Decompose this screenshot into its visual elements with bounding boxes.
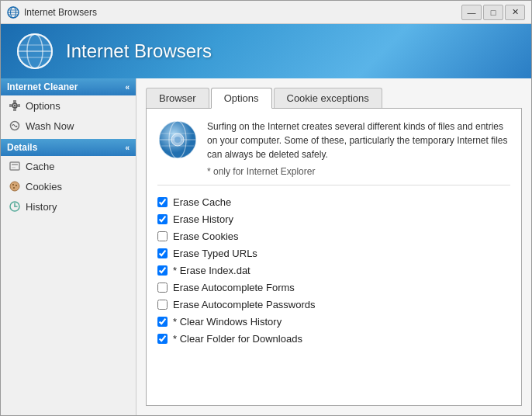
checkbox-label-erase-index-dat: * Erase Index.dat — [173, 265, 250, 276]
svg-rect-21 — [12, 167, 16, 168]
info-description: Surfing on the Internet creates several … — [207, 120, 510, 161]
sidebar: Internet Cleaner « Options — [1, 78, 136, 415]
checkbox-label-erase-cache: Erase Cache — [173, 196, 231, 208]
sidebar-history-label: History — [26, 201, 57, 213]
checkbox-item-erase-cookies: Erase Cookies — [157, 231, 510, 242]
svg-point-24 — [16, 185, 17, 186]
checkbox-erase-typed-urls[interactable] — [157, 248, 168, 258]
header-globe-icon — [16, 33, 54, 70]
svg-rect-12 — [13, 100, 16, 102]
tab-bar: Browser Options Cookie exceptions — [146, 88, 522, 109]
main-window: Internet Browsers — □ ✕ Internet Browser… — [0, 0, 532, 416]
collapse-icon-2: « — [125, 144, 130, 152]
tab-cookie-exceptions[interactable]: Cookie exceptions — [274, 88, 382, 109]
checkbox-item-erase-index-dat: * Erase Index.dat — [157, 265, 510, 276]
header-banner: Internet Browsers — [1, 24, 531, 78]
svg-point-23 — [12, 184, 14, 185]
checkbox-item-erase-autocomplete-passwords: Erase Autocomplete Passwords — [157, 299, 510, 310]
checkbox-label-erase-history: Erase History — [173, 213, 233, 225]
tab-options[interactable]: Options — [211, 88, 272, 109]
checkbox-clear-windows-history[interactable] — [157, 317, 168, 327]
sidebar-section-label-2: Details — [7, 142, 37, 153]
checkbox-label-clear-folder-downloads: * Clear Folder for Downloads — [173, 333, 302, 345]
sidebar-item-wash-now[interactable]: Wash Now — [1, 116, 136, 136]
sidebar-item-history[interactable]: History — [1, 196, 136, 217]
svg-point-36 — [174, 137, 181, 143]
checkbox-erase-history[interactable] — [157, 214, 168, 224]
checkbox-clear-folder-downloads[interactable] — [157, 334, 168, 344]
sidebar-section-label-1: Internet Cleaner — [7, 81, 78, 92]
sidebar-cookies-label: Cookies — [26, 181, 62, 192]
checkbox-list: Erase CacheErase HistoryErase CookiesEra… — [157, 196, 510, 345]
window-title: Internet Browsers — [24, 7, 461, 18]
checkbox-item-clear-windows-history: * Clear Windows History — [157, 316, 510, 328]
tab-panel-options: Surfing on the Internet creates several … — [146, 108, 522, 406]
info-section: Surfing on the Internet creates several … — [157, 120, 510, 185]
checkbox-label-erase-autocomplete-forms: Erase Autocomplete Forms — [173, 282, 295, 293]
gear-icon — [9, 99, 21, 112]
close-button[interactable]: ✕ — [505, 5, 525, 20]
info-text-block: Surfing on the Internet creates several … — [207, 120, 510, 177]
svg-rect-15 — [18, 104, 20, 107]
checkbox-erase-cookies[interactable] — [157, 231, 168, 241]
title-bar: Internet Browsers — □ ✕ — [1, 1, 531, 24]
checkbox-item-erase-typed-urls: Erase Typed URLs — [157, 248, 510, 259]
maximize-button[interactable]: □ — [483, 5, 503, 20]
checkbox-erase-index-dat[interactable] — [157, 265, 168, 276]
checkbox-item-erase-autocomplete-forms: Erase Autocomplete Forms — [157, 282, 510, 293]
sidebar-item-cookies[interactable]: Cookies — [1, 176, 136, 196]
history-icon — [9, 200, 21, 213]
checkbox-label-clear-windows-history: * Clear Windows History — [173, 316, 282, 328]
checkbox-erase-autocomplete-passwords[interactable] — [157, 300, 168, 310]
cookie-icon — [9, 180, 21, 192]
svg-point-25 — [13, 187, 15, 189]
svg-rect-14 — [9, 104, 12, 107]
window-icon — [7, 6, 19, 19]
info-globe-icon — [157, 120, 198, 160]
checkbox-label-erase-autocomplete-passwords: Erase Autocomplete Passwords — [173, 299, 316, 310]
wash-icon — [9, 120, 21, 132]
content-area: Browser Options Cookie exceptions — [136, 78, 531, 415]
sidebar-item-options[interactable]: Options — [1, 95, 136, 116]
main-layout: Internet Cleaner « Options — [1, 78, 531, 415]
sidebar-section-internet-cleaner[interactable]: Internet Cleaner « — [1, 78, 136, 95]
checkbox-erase-cache[interactable] — [157, 197, 168, 207]
minimize-button[interactable]: — — [461, 5, 482, 20]
collapse-icon-1: « — [125, 83, 130, 92]
cache-icon — [9, 160, 21, 172]
checkbox-item-erase-history: Erase History — [157, 213, 510, 225]
svg-point-22 — [10, 182, 19, 191]
tab-browser[interactable]: Browser — [146, 88, 209, 109]
sidebar-cache-label: Cache — [26, 161, 55, 172]
sidebar-item-cache[interactable]: Cache — [1, 156, 136, 176]
svg-point-17 — [14, 105, 16, 107]
header-title: Internet Browsers — [66, 40, 212, 62]
info-note: * only for Internet Explorer — [207, 166, 510, 177]
checkbox-item-erase-cache: Erase Cache — [157, 196, 510, 208]
checkbox-label-erase-typed-urls: Erase Typed URLs — [173, 248, 257, 259]
window-controls: — □ ✕ — [461, 5, 525, 20]
svg-rect-19 — [10, 162, 19, 170]
checkbox-item-clear-folder-downloads: * Clear Folder for Downloads — [157, 333, 510, 345]
sidebar-wash-now-label: Wash Now — [26, 120, 74, 132]
sidebar-section-details[interactable]: Details « — [1, 139, 136, 156]
sidebar-options-label: Options — [26, 100, 60, 112]
checkbox-label-erase-cookies: Erase Cookies — [173, 231, 239, 242]
svg-rect-20 — [12, 164, 18, 165]
svg-rect-13 — [13, 109, 16, 111]
checkbox-erase-autocomplete-forms[interactable] — [157, 283, 168, 293]
